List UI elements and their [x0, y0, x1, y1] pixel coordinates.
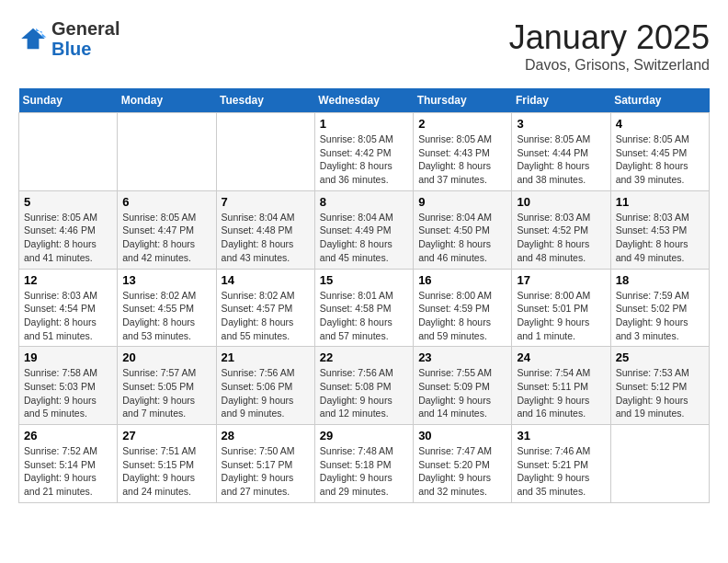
day-number: 22: [320, 350, 408, 364]
month-title: January 2025: [509, 18, 710, 57]
calendar-cell: 3Sunrise: 8:05 AMSunset: 4:44 PMDaylight…: [512, 113, 610, 191]
calendar-week-row: 19Sunrise: 7:58 AMSunset: 5:03 PMDayligh…: [19, 347, 710, 425]
calendar-cell: 22Sunrise: 7:56 AMSunset: 5:08 PMDayligh…: [314, 347, 413, 425]
calendar-cell: 17Sunrise: 8:00 AMSunset: 5:01 PMDayligh…: [512, 269, 610, 347]
calendar-table: SundayMondayTuesdayWednesdayThursdayFrid…: [18, 88, 710, 503]
day-info: Sunrise: 7:51 AMSunset: 5:15 PMDaylight:…: [122, 444, 210, 499]
calendar-cell: 9Sunrise: 8:04 AMSunset: 4:50 PMDaylight…: [414, 190, 512, 269]
day-info: Sunrise: 8:02 AMSunset: 4:55 PMDaylight:…: [122, 289, 210, 343]
calendar-cell: 30Sunrise: 7:47 AMSunset: 5:20 PMDayligh…: [414, 425, 512, 503]
day-info: Sunrise: 8:05 AMSunset: 4:45 PMDaylight:…: [616, 132, 704, 187]
weekday-header: Wednesday: [314, 88, 413, 113]
day-info: Sunrise: 8:05 AMSunset: 4:43 PMDaylight:…: [418, 132, 506, 187]
day-number: 21: [222, 350, 310, 364]
day-number: 11: [616, 195, 704, 209]
day-number: 26: [24, 429, 112, 442]
day-info: Sunrise: 8:04 AMSunset: 4:48 PMDaylight:…: [222, 211, 310, 265]
calendar-week-row: 26Sunrise: 7:52 AMSunset: 5:14 PMDayligh…: [19, 425, 710, 503]
day-info: Sunrise: 7:59 AMSunset: 5:02 PMDaylight:…: [616, 289, 704, 343]
calendar-cell: 2Sunrise: 8:05 AMSunset: 4:43 PMDaylight…: [414, 113, 512, 191]
day-number: 18: [616, 273, 704, 287]
logo: General Blue: [18, 18, 119, 59]
calendar-cell: 16Sunrise: 8:00 AMSunset: 4:59 PMDayligh…: [414, 269, 512, 347]
day-number: 6: [122, 195, 210, 209]
day-info: Sunrise: 8:03 AMSunset: 4:54 PMDaylight:…: [24, 289, 112, 343]
calendar-cell: [118, 113, 216, 191]
day-number: 28: [222, 429, 310, 442]
day-info: Sunrise: 7:48 AMSunset: 5:18 PMDaylight:…: [320, 444, 408, 499]
location-title: Davos, Grisons, Switzerland: [509, 57, 710, 74]
calendar-week-row: 5Sunrise: 8:05 AMSunset: 4:46 PMDaylight…: [19, 190, 710, 269]
weekday-header: Friday: [512, 88, 610, 113]
weekday-header: Monday: [118, 88, 216, 113]
calendar-cell: [216, 113, 314, 191]
calendar-cell: 29Sunrise: 7:48 AMSunset: 5:18 PMDayligh…: [314, 425, 413, 503]
day-info: Sunrise: 7:50 AMSunset: 5:17 PMDaylight:…: [222, 444, 310, 499]
calendar-cell: 20Sunrise: 7:57 AMSunset: 5:05 PMDayligh…: [118, 347, 216, 425]
day-info: Sunrise: 7:57 AMSunset: 5:05 PMDaylight:…: [122, 366, 210, 420]
day-info: Sunrise: 7:58 AMSunset: 5:03 PMDaylight:…: [24, 366, 112, 420]
day-info: Sunrise: 8:00 AMSunset: 4:59 PMDaylight:…: [418, 289, 506, 343]
calendar-cell: 31Sunrise: 7:46 AMSunset: 5:21 PMDayligh…: [512, 425, 610, 503]
calendar-cell: 24Sunrise: 7:54 AMSunset: 5:11 PMDayligh…: [512, 347, 610, 425]
day-number: 2: [418, 117, 506, 131]
day-number: 16: [418, 273, 506, 287]
day-number: 19: [24, 350, 112, 364]
day-number: 23: [418, 350, 506, 364]
day-info: Sunrise: 8:03 AMSunset: 4:53 PMDaylight:…: [616, 211, 704, 265]
day-info: Sunrise: 8:04 AMSunset: 4:50 PMDaylight:…: [418, 211, 506, 265]
day-info: Sunrise: 7:56 AMSunset: 5:08 PMDaylight:…: [320, 366, 408, 420]
day-number: 5: [24, 195, 112, 209]
weekday-header: Thursday: [414, 88, 512, 113]
day-info: Sunrise: 8:03 AMSunset: 4:52 PMDaylight:…: [517, 211, 605, 265]
day-number: 31: [517, 429, 605, 442]
calendar-cell: 8Sunrise: 8:04 AMSunset: 4:49 PMDaylight…: [314, 190, 413, 269]
calendar-cell: 15Sunrise: 8:01 AMSunset: 4:58 PMDayligh…: [314, 269, 413, 347]
day-info: Sunrise: 8:05 AMSunset: 4:47 PMDaylight:…: [122, 211, 210, 265]
day-info: Sunrise: 7:46 AMSunset: 5:21 PMDaylight:…: [517, 444, 605, 499]
calendar-cell: 14Sunrise: 8:02 AMSunset: 4:57 PMDayligh…: [216, 269, 314, 347]
calendar-cell: 7Sunrise: 8:04 AMSunset: 4:48 PMDaylight…: [216, 190, 314, 269]
day-info: Sunrise: 8:00 AMSunset: 5:01 PMDaylight:…: [517, 289, 605, 343]
day-number: 8: [320, 195, 408, 209]
calendar-cell: 26Sunrise: 7:52 AMSunset: 5:14 PMDayligh…: [19, 425, 118, 503]
day-info: Sunrise: 7:54 AMSunset: 5:11 PMDaylight:…: [517, 366, 605, 420]
calendar-cell: 1Sunrise: 8:05 AMSunset: 4:42 PMDaylight…: [314, 113, 413, 191]
day-number: 9: [418, 195, 506, 209]
day-number: 12: [24, 273, 112, 287]
day-number: 7: [222, 195, 310, 209]
calendar-cell: 27Sunrise: 7:51 AMSunset: 5:15 PMDayligh…: [118, 425, 216, 503]
day-info: Sunrise: 7:52 AMSunset: 5:14 PMDaylight:…: [24, 444, 112, 499]
day-info: Sunrise: 8:05 AMSunset: 4:44 PMDaylight:…: [517, 132, 605, 187]
day-number: 25: [616, 350, 704, 364]
day-info: Sunrise: 7:55 AMSunset: 5:09 PMDaylight:…: [418, 366, 506, 420]
logo-general: General: [51, 18, 119, 39]
page-header: General Blue January 2025 Davos, Grisons…: [18, 18, 710, 74]
day-number: 24: [517, 350, 605, 364]
weekday-header: Sunday: [19, 88, 118, 113]
calendar-cell: 5Sunrise: 8:05 AMSunset: 4:46 PMDaylight…: [19, 190, 118, 269]
day-info: Sunrise: 8:02 AMSunset: 4:57 PMDaylight:…: [222, 289, 310, 343]
day-info: Sunrise: 8:05 AMSunset: 4:46 PMDaylight:…: [24, 211, 112, 265]
logo-icon: [18, 24, 48, 53]
calendar-week-row: 1Sunrise: 8:05 AMSunset: 4:42 PMDaylight…: [19, 113, 710, 191]
calendar-cell: 11Sunrise: 8:03 AMSunset: 4:53 PMDayligh…: [610, 190, 709, 269]
day-number: 29: [320, 429, 408, 442]
day-number: 20: [122, 350, 210, 364]
day-number: 27: [122, 429, 210, 442]
calendar-cell: 28Sunrise: 7:50 AMSunset: 5:17 PMDayligh…: [216, 425, 314, 503]
day-info: Sunrise: 8:05 AMSunset: 4:42 PMDaylight:…: [320, 132, 408, 187]
weekday-header: Saturday: [610, 88, 709, 113]
day-number: 17: [517, 273, 605, 287]
day-info: Sunrise: 7:47 AMSunset: 5:20 PMDaylight:…: [418, 444, 506, 499]
day-info: Sunrise: 7:53 AMSunset: 5:12 PMDaylight:…: [616, 366, 704, 420]
day-number: 13: [122, 273, 210, 287]
calendar-cell: 23Sunrise: 7:55 AMSunset: 5:09 PMDayligh…: [414, 347, 512, 425]
calendar-cell: [610, 425, 709, 503]
day-number: 15: [320, 273, 408, 287]
calendar-cell: 10Sunrise: 8:03 AMSunset: 4:52 PMDayligh…: [512, 190, 610, 269]
weekday-header-row: SundayMondayTuesdayWednesdayThursdayFrid…: [19, 88, 710, 113]
calendar-cell: 12Sunrise: 8:03 AMSunset: 4:54 PMDayligh…: [19, 269, 118, 347]
day-info: Sunrise: 8:01 AMSunset: 4:58 PMDaylight:…: [320, 289, 408, 343]
logo-text: General Blue: [51, 18, 119, 59]
